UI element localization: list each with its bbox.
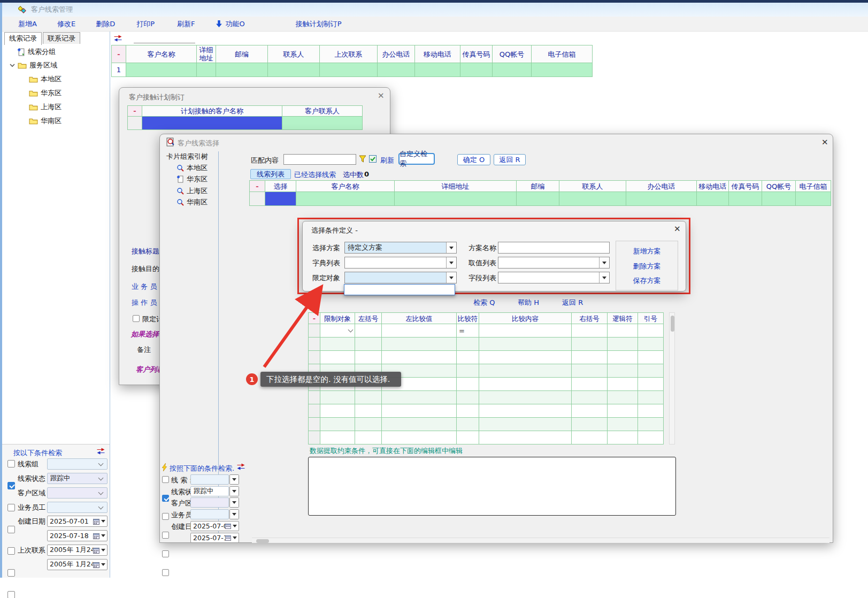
col-header[interactable]: 办公电话 <box>626 180 697 192</box>
table-cell[interactable] <box>382 324 457 338</box>
filter-select-lead-status[interactable]: 跟踪中 <box>47 473 107 484</box>
col-header[interactable]: 邮编 <box>517 180 559 192</box>
restrict-object-combo[interactable] <box>344 272 457 283</box>
limit-plan-checkbox[interactable] <box>133 315 140 322</box>
tree-item-south-china[interactable]: 华南区 <box>29 116 109 126</box>
filter-date-create-from[interactable]: 2025-07-01 <box>47 516 107 527</box>
col-header[interactable]: 选择 <box>265 180 296 192</box>
tab-contact-records[interactable]: 联系记录 <box>43 32 80 44</box>
filter-date-create-from[interactable]: 2025-07-01 <box>190 521 239 531</box>
filter-checkbox-lead[interactable] <box>162 476 169 483</box>
filter-checkbox-salesperson[interactable] <box>162 532 169 539</box>
restrict-object-cell[interactable] <box>320 324 355 338</box>
selected-cell[interactable] <box>265 192 296 206</box>
col-header[interactable]: 引号 <box>638 312 664 324</box>
col-header[interactable]: 传真号码 <box>460 45 493 63</box>
toolbar-contact-plan-button[interactable]: 接触计划制订P <box>296 19 342 29</box>
tree-item-south-china[interactable]: 华南区 <box>176 197 208 207</box>
back-link[interactable]: 返回 R <box>562 298 583 308</box>
selected-cell[interactable] <box>142 117 282 130</box>
dropdown-button[interactable] <box>599 257 609 268</box>
dropdown-button[interactable] <box>446 242 456 253</box>
field-list-combo[interactable] <box>498 272 610 283</box>
scheme-name-input[interactable] <box>498 242 610 254</box>
toolbar-delete-button[interactable]: 删除D <box>96 19 115 29</box>
tree-item-local-area[interactable]: 本地区 <box>176 163 208 173</box>
col-header-select-all[interactable]: - <box>111 45 126 63</box>
table-cell[interactable] <box>697 192 729 206</box>
dropdown-button[interactable] <box>229 486 239 496</box>
col-header[interactable]: 左比较值 <box>382 312 457 324</box>
col-header[interactable]: 比较符 <box>457 312 479 324</box>
col-header[interactable]: 详细地址 <box>395 180 517 192</box>
filter-checkbox-customer-area[interactable] <box>162 513 169 520</box>
table-cell[interactable] <box>479 324 572 338</box>
table-cell[interactable] <box>559 192 626 206</box>
tab-selected-leads[interactable]: 已经选择线索 <box>294 170 336 180</box>
return-button[interactable]: 返回 R <box>494 154 526 165</box>
table-cell[interactable] <box>638 324 664 338</box>
filter-select-lead-group[interactable] <box>47 458 107 470</box>
col-header[interactable]: 移动电话 <box>415 45 460 63</box>
apply-filter-icon[interactable] <box>369 155 377 163</box>
col-header[interactable]: QQ帐号 <box>493 45 532 63</box>
delete-scheme-button[interactable]: 删除方案 <box>633 262 661 271</box>
filter-date-last-contact-to[interactable]: 2005年 1月24日 <box>47 559 107 570</box>
dropdown-button[interactable] <box>446 272 456 283</box>
search-link[interactable]: 检索 Q <box>473 298 495 308</box>
filter-select-salesperson[interactable] <box>190 509 229 519</box>
filter-funnel-icon[interactable] <box>359 155 366 163</box>
dropdown-button[interactable] <box>229 497 239 508</box>
filter-checkbox-customer-area[interactable] <box>7 504 15 511</box>
filter-date-last-contact-from[interactable]: 2005年 1月24日 <box>47 545 107 556</box>
toolbar-refresh-button[interactable]: 刷新F <box>177 19 195 29</box>
filter-select-customer-area[interactable] <box>47 487 107 499</box>
filter-checkbox-last-contact[interactable] <box>7 591 15 598</box>
col-header[interactable]: 客户名称 <box>296 180 395 192</box>
filter-date-create-to[interactable]: 2025-07-18 <box>190 533 239 543</box>
constraint-edit-box[interactable] <box>308 457 676 516</box>
tree-item-local-area[interactable]: 本地区 <box>29 74 109 84</box>
row-selector[interactable] <box>127 117 142 130</box>
col-header-select-all[interactable]: - <box>308 312 320 324</box>
table-cell[interactable] <box>762 192 796 206</box>
col-header[interactable]: 详细地址 <box>197 45 216 63</box>
criteria-grid-scrollbar[interactable] <box>669 312 675 444</box>
filter-checkbox-create-date[interactable] <box>7 547 15 555</box>
col-header[interactable]: 联系人 <box>268 45 320 63</box>
custom-search-button[interactable]: 自定义检索 <box>398 153 435 165</box>
table-cell[interactable] <box>268 63 320 77</box>
table-cell[interactable] <box>320 63 378 77</box>
col-header[interactable]: 电子信箱 <box>796 180 831 192</box>
col-header[interactable]: 右括号 <box>572 312 608 324</box>
filter-checkbox-create-date-to[interactable] <box>162 569 169 576</box>
toolbar-edit-button[interactable]: 修改E <box>57 19 75 29</box>
filter-checkbox-lead-group[interactable] <box>7 460 15 467</box>
tree-item-east-china[interactable]: 华东区 <box>176 174 208 184</box>
filter-checkbox-salesperson[interactable] <box>7 526 15 533</box>
swap-arrows-icon[interactable] <box>96 447 105 455</box>
dropdown-button[interactable] <box>446 257 456 268</box>
swap-arrows-icon[interactable] <box>113 34 122 42</box>
col-header[interactable]: 客户联系人 <box>282 105 363 117</box>
swap-arrows-icon[interactable] <box>236 463 245 470</box>
tab-lead-list[interactable]: 线索列表 <box>250 169 291 179</box>
table-cell[interactable] <box>197 63 216 77</box>
filter-select-customer-area[interactable] <box>190 497 229 508</box>
toolbar-print-button[interactable]: 打印P <box>136 19 155 29</box>
scrollbar-thumb[interactable] <box>256 539 269 543</box>
scrollbar-thumb[interactable] <box>671 316 674 332</box>
table-cell[interactable] <box>296 192 395 206</box>
toolbar-new-button[interactable]: 新增A <box>18 19 37 29</box>
filter-checkbox-lead-status[interactable] <box>7 482 15 489</box>
col-header[interactable]: 办公电话 <box>378 45 415 63</box>
row-selector[interactable] <box>308 324 320 338</box>
tree-item-lead-group[interactable]: 线索分组 <box>17 47 109 57</box>
tree-item-shanghai[interactable]: 上海区 <box>29 102 109 112</box>
col-header[interactable]: 电子信箱 <box>532 45 593 63</box>
table-cell[interactable] <box>608 324 638 338</box>
col-header[interactable]: QQ帐号 <box>762 180 796 192</box>
table-cell[interactable] <box>517 192 559 206</box>
table-cell[interactable] <box>460 63 493 77</box>
table-cell[interactable] <box>355 324 382 338</box>
